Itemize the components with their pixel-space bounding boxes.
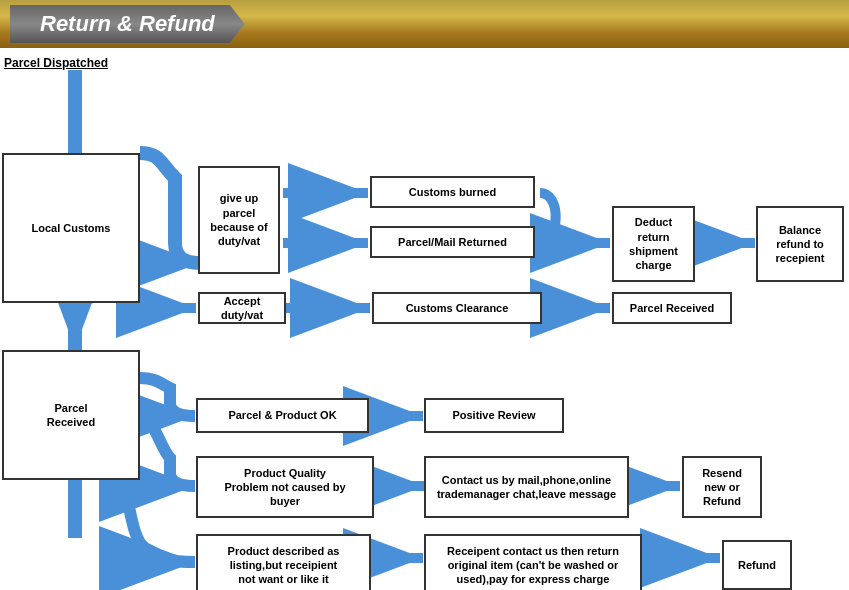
balance-refund-box: Balance refund to recepient: [756, 206, 844, 282]
contact-us-box: Contact us by mail,phone,online trademan…: [424, 456, 629, 518]
customs-burned-box: Customs burned: [370, 176, 535, 208]
parcel-received-top-box: Parcel Received: [612, 292, 732, 324]
customs-clearance-box: Customs Clearance: [372, 292, 542, 324]
product-described-box: Product described as listing,but receipi…: [196, 534, 371, 590]
parcel-product-ok-box: Parcel & Product OK: [196, 398, 369, 433]
content-area: Parcel Dispatched: [0, 48, 849, 590]
local-customs-box: Local Customs: [2, 153, 140, 303]
parcel-dispatched-label: Parcel Dispatched: [4, 56, 108, 70]
header-title-box: Return & Refund: [10, 5, 245, 43]
product-quality-box: Product Quality Problem not caused by bu…: [196, 456, 374, 518]
give-up-parcel-box: give up parcel because of duty/vat: [198, 166, 280, 274]
header: Return & Refund: [0, 0, 849, 48]
parcel-received-left-box: Parcel Received: [2, 350, 140, 480]
receipient-contact-box: Receipent contact us then return origina…: [424, 534, 642, 590]
parcel-mail-returned-box: Parcel/Mail Returned: [370, 226, 535, 258]
deduct-return-box: Deduct return shipment charge: [612, 206, 695, 282]
resend-new-box: Resend new or Refund: [682, 456, 762, 518]
positive-review-box: Positive Review: [424, 398, 564, 433]
accept-duty-box: Accept duty/vat: [198, 292, 286, 324]
refund-box: Refund: [722, 540, 792, 590]
header-title: Return & Refund: [40, 11, 215, 36]
